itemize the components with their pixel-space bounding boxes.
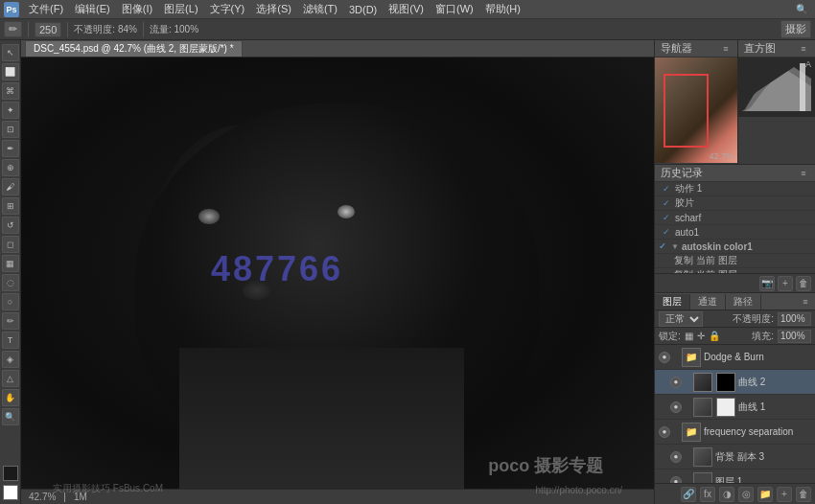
canvas-background[interactable]: 487766 poco 摄影专题 http://photo.poco.cn/ 实…: [21, 57, 654, 504]
canvas-tab[interactable]: DSC_4554.psd @ 42.7% (曲线 2, 图层蒙版/*) *: [25, 40, 243, 57]
workspace-btn[interactable]: 摄影: [780, 20, 811, 38]
tools-panel: ↖ ⬜ ⌘ ✦ ⊡ ✒ ⊕ 🖌 ⊞ ↺ ◻ ▦ ◌ ○ ✏ T ◈ △ ✋ 🔍: [0, 40, 21, 504]
history-item-scharf[interactable]: ✓ scharf: [655, 211, 815, 225]
menu-file[interactable]: 文件(F): [23, 2, 69, 16]
menu-text[interactable]: 文字(Y): [204, 2, 251, 16]
lock-all-icon[interactable]: 🔒: [709, 331, 720, 341]
layer-name-layer1: 图层 1: [715, 475, 811, 484]
tool-pen[interactable]: ✏: [2, 312, 19, 330]
menu-window[interactable]: 窗口(W): [430, 2, 479, 16]
layer-group-freq-sep[interactable]: ● 📁 frequency separation: [655, 420, 815, 445]
tool-move[interactable]: ↖: [2, 44, 19, 61]
layer-adj-btn[interactable]: ◎: [738, 487, 754, 502]
history-item-label: 胶片: [675, 196, 694, 210]
fill-input[interactable]: [778, 330, 811, 343]
tool-brush[interactable]: 🖌: [2, 178, 19, 195]
tool-gradient[interactable]: ▦: [2, 255, 19, 272]
layer-new-btn[interactable]: +: [777, 487, 792, 502]
menu-edit[interactable]: 编辑(E): [69, 2, 116, 16]
layer-thumb-curve1: [693, 398, 712, 417]
lock-pixel-icon[interactable]: ▦: [685, 331, 693, 341]
layer-eye-bgcopy3[interactable]: ●: [670, 451, 682, 463]
tab-channels[interactable]: 通道: [690, 294, 726, 309]
layer-item-curve2[interactable]: ● 曲线 2: [655, 370, 815, 395]
blend-mode-select[interactable]: 正常: [659, 311, 703, 327]
layer-group-dodge-burn[interactable]: ● 📁 Dodge & Burn: [655, 345, 815, 370]
history-item-gelatin[interactable]: ✓ 胶片: [655, 196, 815, 211]
tab-paths[interactable]: 路径: [726, 294, 761, 309]
histogram-label: A: [805, 59, 811, 69]
history-panel: 历史记录 ≡ ✓ 动作 1 ✓ 胶片 ✓ scharf: [655, 165, 815, 293]
history-new-btn[interactable]: +: [778, 276, 793, 291]
foreground-color[interactable]: [3, 466, 18, 481]
tool-dodge[interactable]: ○: [2, 293, 19, 310]
tool-eraser[interactable]: ◻: [2, 236, 19, 253]
menu-image[interactable]: 图像(I): [116, 2, 158, 16]
tool-zoom[interactable]: 🔍: [2, 408, 19, 425]
navigator-expand-icon[interactable]: ≡: [720, 43, 732, 55]
tool-options[interactable]: ✏: [4, 21, 22, 37]
layer-item-curve1[interactable]: ● 曲线 1: [655, 395, 815, 420]
tool-eyedropper[interactable]: ✒: [2, 140, 19, 157]
layer-eye-layer1[interactable]: ●: [670, 476, 682, 484]
history-snapshot-btn[interactable]: 📷: [759, 276, 775, 291]
menu-select[interactable]: 选择(S): [250, 2, 297, 16]
lock-label: 锁定:: [659, 330, 681, 343]
lock-pos-icon[interactable]: ✛: [697, 331, 705, 341]
top-panels-row: 导航器 ≡ 42.7% 直方图 ≡: [655, 40, 815, 165]
history-delete-btn[interactable]: 🗑: [796, 276, 811, 291]
layer-mask-btn[interactable]: ◑: [719, 487, 734, 502]
tool-type[interactable]: T: [2, 332, 19, 349]
search-bar[interactable]: 🔍: [796, 4, 811, 14]
layer-delete-btn[interactable]: 🗑: [796, 487, 811, 502]
layer-fx-btn[interactable]: fx: [700, 487, 715, 502]
tool-clone[interactable]: ⊞: [2, 197, 19, 215]
history-header: 历史记录 ≡: [655, 165, 815, 182]
layer-thumb-bgcopy3: [693, 447, 712, 467]
history-check-snapshot: ✓: [663, 184, 672, 194]
history-check-autoskin: ✓: [659, 241, 668, 251]
brush-size[interactable]: 250: [35, 22, 61, 37]
layers-tabs: 图层 通道 路径 ≡: [655, 293, 815, 310]
toolbar-sep-1: [28, 22, 29, 37]
tool-crop[interactable]: ⊡: [2, 121, 19, 138]
layer-eye-freq[interactable]: ●: [659, 426, 670, 438]
layer-eye-curve2[interactable]: ●: [670, 377, 682, 388]
layer-name-curve1: 曲线 1: [738, 401, 811, 414]
menu-layer[interactable]: 图层(L): [158, 2, 203, 16]
history-item-copy1-label: 复制 当前 图层: [674, 254, 737, 267]
tool-history-brush[interactable]: ↺: [2, 217, 19, 234]
tab-layers[interactable]: 图层: [655, 294, 690, 309]
layer-eye-curve1[interactable]: ●: [670, 401, 682, 413]
layer-item-bg-copy3[interactable]: ● 背景 副本 3: [655, 445, 815, 470]
menu-filter[interactable]: 滤镜(T): [297, 2, 343, 16]
tool-shape[interactable]: △: [2, 370, 19, 387]
history-item-snapshot[interactable]: ✓ 动作 1: [655, 182, 815, 196]
tool-marquee[interactable]: ⬜: [2, 63, 19, 80]
menu-view[interactable]: 视图(V): [383, 2, 430, 16]
history-item-auto1[interactable]: ✓ auto1: [655, 225, 815, 240]
background-color[interactable]: [3, 485, 18, 500]
histogram-content: A: [738, 57, 815, 117]
layer-link-btn[interactable]: 🔗: [681, 487, 696, 502]
layer-eye-dodge[interactable]: ●: [659, 352, 670, 363]
tool-hand[interactable]: ✋: [2, 389, 19, 406]
tool-healing[interactable]: ⊕: [2, 159, 19, 176]
opacity-input[interactable]: [778, 312, 811, 326]
tool-magic-wand[interactable]: ✦: [2, 102, 19, 119]
menu-help[interactable]: 帮助(H): [479, 2, 526, 16]
layer-group-btn[interactable]: 📁: [757, 487, 773, 502]
tool-blur[interactable]: ◌: [2, 274, 19, 291]
history-item-copy1[interactable]: 复制 当前 图层: [655, 254, 815, 268]
histogram-expand-icon[interactable]: ≡: [798, 43, 809, 55]
layer-item-layer1[interactable]: ● 图层 1: [655, 470, 815, 483]
navigator-thumbnail[interactable]: 42.7%: [655, 57, 737, 163]
menu-3d[interactable]: 3D(D): [343, 4, 383, 15]
history-group-autoskin[interactable]: ✓ ▼ autoskin color1: [655, 240, 815, 254]
history-title: 历史记录: [661, 166, 703, 180]
tool-path-select[interactable]: ◈: [2, 351, 19, 368]
tool-lasso[interactable]: ⌘: [2, 82, 19, 100]
layers-area: 图层 通道 路径 ≡ 正常 不透明度: 锁定: ▦ ✛ 🔒 填充:: [655, 293, 815, 504]
layers-menu-icon[interactable]: ≡: [800, 296, 811, 308]
history-menu-icon[interactable]: ≡: [798, 168, 809, 179]
